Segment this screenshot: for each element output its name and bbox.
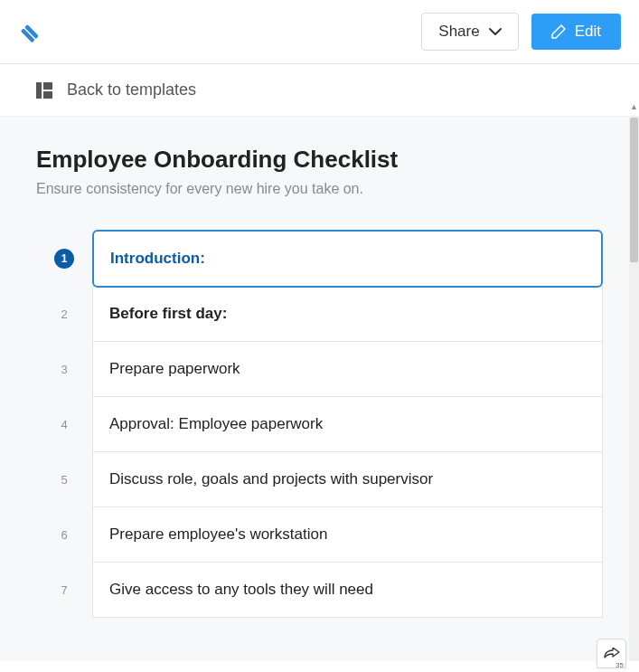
step-number: 6 — [36, 528, 92, 542]
step-number: 2 — [36, 308, 92, 321]
app-logo — [18, 18, 45, 45]
checklist-row: 1Introduction: — [36, 230, 603, 287]
checklist-item[interactable]: Discuss role, goals and projects with su… — [92, 451, 603, 507]
checklist-row: 2Before first day: — [36, 287, 603, 342]
checklist-item[interactable]: Approval: Employee paperwork — [92, 396, 603, 452]
step-number: 4 — [36, 418, 92, 431]
checklist-row: 7Give access to any tools they will need — [36, 563, 603, 618]
checklist-item-label: Before first day: — [109, 305, 227, 322]
main-content: Employee Onboarding Checklist Ensure con… — [0, 116, 639, 661]
back-label: Back to templates — [67, 80, 196, 99]
checklist-row: 3Prepare paperwork — [36, 342, 603, 397]
scrollbar[interactable]: ▲ — [629, 117, 639, 661]
checklist-row: 5Discuss role, goals and projects with s… — [36, 452, 603, 507]
checklist-item-label: Introduction: — [110, 250, 205, 267]
step-number-badge: 1 — [54, 249, 74, 269]
templates-icon — [36, 82, 54, 99]
checklist-item-label: Prepare paperwork — [109, 360, 240, 377]
app-header: Share Edit — [0, 0, 639, 64]
step-number: 7 — [36, 583, 92, 597]
scrollbar-thumb[interactable] — [630, 118, 638, 262]
checklist-item[interactable]: Prepare paperwork — [92, 341, 603, 397]
checklist-item[interactable]: Introduction: — [92, 230, 603, 288]
checklist-item[interactable]: Before first day: — [92, 286, 603, 342]
scroll-up-arrow-icon[interactable]: ▲ — [629, 100, 639, 113]
page-title: Employee Onboarding Checklist — [36, 146, 603, 174]
share-button-label: Share — [438, 23, 479, 41]
share-arrow-icon — [604, 648, 620, 659]
step-number: 5 — [36, 473, 92, 487]
header-actions: Share Edit — [421, 13, 621, 51]
svg-rect-4 — [43, 91, 52, 99]
checklist-item-label: Approval: Employee paperwork — [109, 415, 323, 432]
checklist-item[interactable]: Prepare employee's workstation — [92, 506, 603, 563]
page-subtitle: Ensure consistency for every new hire yo… — [36, 181, 603, 197]
step-number: 3 — [36, 363, 92, 376]
back-to-templates-link[interactable]: Back to templates — [0, 64, 639, 116]
edit-button-label: Edit — [575, 23, 601, 41]
share-count: 35 — [616, 661, 624, 669]
pencil-icon — [551, 24, 566, 39]
checklist-item-label: Discuss role, goals and projects with su… — [109, 470, 433, 487]
svg-rect-2 — [36, 82, 42, 99]
checklist-item-label: Give access to any tools they will need — [109, 581, 373, 598]
checklist-row: 4Approval: Employee paperwork — [36, 397, 603, 452]
checklist-row: 6Prepare employee's workstation — [36, 507, 603, 563]
checklist: 1Introduction:2Before first day:3Prepare… — [36, 230, 603, 618]
chevron-down-icon — [489, 27, 502, 36]
share-button[interactable]: Share — [421, 13, 518, 51]
edit-button[interactable]: Edit — [531, 14, 621, 50]
checklist-item[interactable]: Give access to any tools they will need — [92, 562, 603, 618]
share-fab-button[interactable]: 35 — [597, 639, 626, 668]
checklist-item-label: Prepare employee's workstation — [109, 525, 327, 543]
step-number: 1 — [36, 249, 92, 269]
svg-rect-3 — [43, 82, 52, 90]
